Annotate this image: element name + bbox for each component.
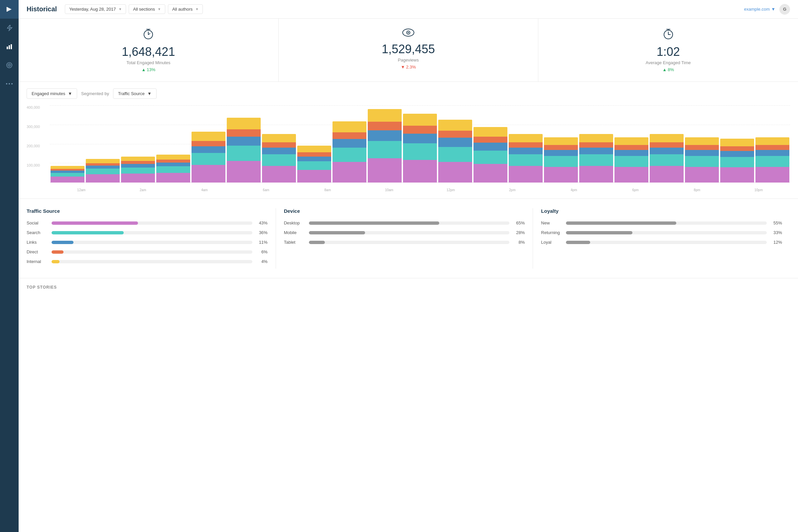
- bar-segment-links: [650, 148, 684, 154]
- bar-segment-search: [51, 173, 84, 176]
- svg-point-8: [6, 83, 7, 84]
- bar-segment-internal: [227, 118, 261, 129]
- bar-stat-label: Tablet: [284, 240, 306, 245]
- bar-stat-track: [52, 241, 252, 244]
- sidebar-logo[interactable]: [0, 0, 19, 19]
- bar-group: [191, 132, 225, 183]
- bar-segment-internal: [368, 109, 402, 122]
- date-filter[interactable]: Yesterday, Aug 28, 2017 ▼: [65, 4, 126, 14]
- y-label-100k: 100,000: [26, 163, 40, 167]
- x-label-2am: 2am: [112, 188, 174, 192]
- bar-segment-social: [474, 164, 507, 183]
- avg-engaged-icon: [662, 28, 674, 42]
- metric-dropdown[interactable]: Engaged minutes ▼: [26, 89, 77, 99]
- bar-stat-row: Loyal12%: [541, 240, 782, 245]
- bar-segment-search: [297, 161, 331, 170]
- bar-stat-fill: [566, 241, 590, 244]
- segment-dropdown[interactable]: Traffic Source ▼: [113, 89, 157, 99]
- bar-segment-search: [720, 157, 754, 168]
- sidebar-item-bar-chart[interactable]: [0, 37, 19, 56]
- bar-group: [544, 137, 578, 183]
- bar-segment-direct: [474, 137, 507, 142]
- bar-segment-internal: [474, 127, 507, 137]
- bar-segment-social: [756, 167, 790, 183]
- bar-segment-search: [262, 154, 296, 166]
- bar-segment-direct: [650, 142, 684, 148]
- bar-segment-search: [579, 154, 613, 166]
- bar-segment-internal: [756, 137, 790, 145]
- device-bars: Desktop65%Mobile28%Tablet8%: [284, 221, 525, 245]
- sections-chevron-icon: ▼: [158, 7, 161, 11]
- bar-stat-row: Social43%: [26, 221, 268, 225]
- svg-point-7: [9, 65, 10, 66]
- bar-segment-links: [614, 150, 648, 156]
- bar-segment-search: [156, 166, 190, 173]
- bar-group: [614, 137, 648, 183]
- y-axis: 400,000 300,000 200,000 100,000: [26, 106, 42, 183]
- bar-segment-links: [438, 138, 472, 147]
- bar-group: [685, 137, 719, 183]
- x-label-12am: 12am: [51, 188, 112, 192]
- bar-segment-search: [438, 147, 472, 162]
- bar-segment-direct: [509, 142, 543, 148]
- sidebar-item-target[interactable]: [0, 56, 19, 75]
- bar-stat-row: Internal4%: [26, 259, 268, 264]
- bar-group: [51, 166, 84, 183]
- bar-stat-track: [566, 231, 767, 234]
- sidebar-item-more[interactable]: [0, 75, 19, 93]
- bar-segment-links: [227, 137, 261, 146]
- bar-segment-internal: [544, 137, 578, 145]
- svg-point-10: [11, 83, 13, 84]
- traffic-source-card: Traffic Source Social43%Search36%Links11…: [26, 208, 276, 269]
- bar-segment-search: [685, 156, 719, 167]
- bar-segment-direct: [156, 159, 190, 163]
- bar-stat-track: [309, 231, 510, 234]
- bar-group: [509, 134, 543, 183]
- bar-stat-fill: [566, 222, 676, 225]
- bar-segment-links: [332, 139, 366, 147]
- bar-segment-social: [297, 170, 331, 183]
- bar-stat-track: [566, 222, 767, 225]
- bar-segment-direct: [544, 145, 578, 150]
- domain-chevron-icon: ▼: [771, 7, 775, 12]
- svg-point-9: [8, 83, 10, 84]
- bar-segment-social: [403, 160, 437, 183]
- bar-segment-internal: [650, 134, 684, 142]
- metric-chevron-icon: ▼: [68, 91, 72, 96]
- bar-segment-internal: [121, 157, 155, 161]
- bar-segment-social: [509, 166, 543, 183]
- bar-segment-links: [86, 166, 120, 169]
- bar-stat-fill: [52, 241, 74, 244]
- authors-filter[interactable]: All authors ▼: [168, 4, 203, 14]
- bar-group: [156, 155, 190, 183]
- bar-segment-search: [614, 156, 648, 167]
- bar-segment-internal: [614, 137, 648, 145]
- bar-segment-search: [227, 146, 261, 160]
- bar-stat-pct: 12%: [770, 240, 782, 245]
- sidebar-item-lightning[interactable]: [0, 19, 19, 37]
- domain-selector[interactable]: example.com ▼: [744, 7, 775, 12]
- top-stories-title: TOP STORIES: [26, 285, 790, 290]
- bar-segment-links: [191, 146, 225, 153]
- bar-segment-direct: [579, 142, 613, 148]
- pageviews-change: ▼ 2.3%: [401, 64, 416, 70]
- bar-segment-search: [756, 156, 790, 167]
- traffic-source-title: Traffic Source: [26, 208, 268, 214]
- bar-stat-pct: 33%: [770, 230, 782, 235]
- sections-filter[interactable]: All sections ▼: [129, 4, 165, 14]
- header: Historical Yesterday, Aug 28, 2017 ▼ All…: [19, 0, 798, 19]
- bar-segment-direct: [756, 145, 790, 150]
- bar-group: [262, 134, 296, 183]
- bar-segment-direct: [227, 129, 261, 137]
- bar-segment-social: [650, 166, 684, 183]
- bar-stat-track: [566, 241, 767, 244]
- bar-segment-search: [332, 148, 366, 162]
- bar-segment-direct: [332, 132, 366, 139]
- bar-segment-internal: [262, 134, 296, 142]
- bar-segment-internal: [191, 132, 225, 141]
- avatar[interactable]: G: [779, 4, 790, 15]
- segment-chevron-icon: ▼: [147, 91, 152, 96]
- x-label-8am: 8am: [297, 188, 358, 192]
- bar-segment-search: [86, 169, 120, 174]
- pageviews-value: 1,529,455: [382, 42, 435, 56]
